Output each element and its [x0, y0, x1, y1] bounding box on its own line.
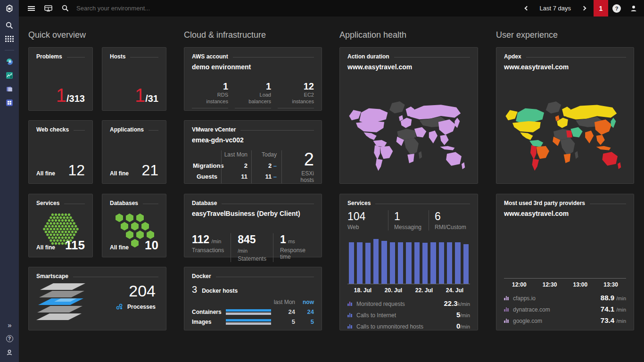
tile-title: Hosts: [110, 53, 125, 60]
time-next-button[interactable]: [578, 0, 590, 16]
vcenter-name: emea-gdn-vc002: [192, 136, 314, 144]
tile-title: Problems: [36, 53, 62, 60]
expand-sidebar-icon[interactable]: »: [0, 318, 19, 332]
tile-title: Action duration: [347, 53, 389, 60]
application-name: www.easytravel.com: [504, 210, 626, 217]
legend-row: Monitored requests 22.3k/min: [347, 299, 470, 307]
bar-chart-icon: [504, 319, 509, 323]
applications-count: 21: [141, 163, 158, 178]
docker-table: last Mon now Containers 24 24 Images 5 5: [192, 299, 314, 325]
bar-chart-icon: [504, 296, 509, 300]
services-metric-web: 104 Web: [347, 210, 388, 230]
problems-total: /313: [66, 93, 85, 104]
tile-title: Databases: [110, 200, 138, 206]
search-icon[interactable]: [57, 0, 74, 16]
user-icon[interactable]: [625, 0, 642, 16]
hosts-total: /31: [145, 93, 158, 104]
tile-smartscape[interactable]: Smartscape 204 Processes: [28, 267, 166, 330]
legend-row: cfapps.io 88.9 /min: [504, 294, 626, 302]
menu-icon[interactable]: [23, 0, 40, 16]
tile-action-duration[interactable]: Action duration www.easytravel.com: [339, 47, 478, 184]
tile-docker[interactable]: Docker 3 Docker hosts last Mon now Conta…: [184, 267, 322, 330]
column-header-user-experience: User experience: [496, 30, 558, 40]
problems-badge[interactable]: 1: [594, 0, 608, 16]
images-bar: [226, 319, 271, 325]
dashboards-icon[interactable]: [40, 0, 57, 16]
tile-3rd-party-providers[interactable]: Most used 3rd party providers www.easytr…: [496, 194, 634, 330]
db-metric-response-time: 1 ms Response time: [273, 233, 314, 262]
tile-services-overview[interactable]: Services All fine 115: [28, 194, 93, 257]
time-range-label[interactable]: Last 7 days: [533, 5, 578, 12]
docker-hosts-label: Docker hosts: [202, 288, 238, 294]
tile-applications[interactable]: Applications All fine 21: [102, 120, 166, 184]
tile-problems[interactable]: Problems 1 /313: [28, 47, 93, 111]
tile-hosts[interactable]: Hosts 1 /31: [102, 47, 166, 111]
database-name: easyTravelBusiness (Derby Client): [192, 210, 314, 217]
esxi-hosts-summary: 2 ESXi hosts: [281, 150, 314, 183]
tile-aws-account[interactable]: AWS account demo environment 1 RDSinstan…: [184, 47, 322, 111]
esxi-hosts-count: 2: [288, 150, 314, 168]
pinned-cloud-icon[interactable]: [0, 55, 19, 68]
tile-title: Most used 3rd party providers: [504, 200, 585, 206]
time-prev-button[interactable]: [521, 0, 533, 16]
tile-title: Web checks: [36, 126, 69, 133]
tile-title: Docker: [192, 273, 211, 280]
tile-title: AWS account: [192, 53, 228, 60]
processes-label: Processes: [127, 304, 156, 310]
db-metric-statements: 845 /min Statements: [231, 233, 273, 262]
help-icon[interactable]: ?: [608, 0, 625, 16]
apps-grid-icon[interactable]: [0, 32, 19, 46]
search-input[interactable]: [74, 5, 521, 12]
services-count: 115: [65, 239, 85, 251]
pinned-chart-icon[interactable]: [0, 68, 19, 82]
status-text: All fine: [36, 244, 55, 251]
databases-count: 10: [145, 239, 158, 251]
pinned-stack-icon[interactable]: [0, 82, 19, 96]
services-legend: Monitored requests 22.3k/min Calls to In…: [347, 299, 470, 330]
providers-chart-ticks: 12:0012:30 13:0013:30: [504, 281, 626, 288]
tile-title: Database: [192, 200, 217, 206]
tile-title: Services: [36, 200, 59, 206]
tile-vmware-vcenter[interactable]: VMware vCenter emea-gdn-vc002 Last Mon T…: [184, 120, 322, 184]
time-range-selector: Last 7 days: [521, 0, 590, 16]
tile-web-checks[interactable]: Web checks All fine 12: [28, 120, 93, 184]
vmware-table: Last Mon Today Migrations 2 2 – Guests 1…: [192, 150, 281, 183]
tile-title: Applications: [110, 126, 144, 133]
application-name: www.easytravel.com: [347, 63, 470, 71]
processes-icon: [116, 304, 124, 310]
containers-bar: [226, 309, 271, 315]
docker-hosts-count: 3: [192, 284, 197, 295]
sidebar-help-icon[interactable]: ?: [0, 332, 19, 346]
providers-legend: cfapps.io 88.9 /min dynatrace.com 74.1 /…: [504, 294, 626, 324]
bar-chart-icon: [347, 324, 353, 329]
column-header-quick-overview: Quick overview: [28, 30, 86, 40]
top-bar: Last 7 days 1 ?: [0, 0, 644, 16]
sidebar-search-icon[interactable]: [0, 18, 19, 32]
hosts-problem-count: 1: [135, 86, 145, 105]
providers-stacked-bar-chart: [504, 231, 626, 279]
legend-row: Calls to Internet 5/min: [347, 311, 470, 319]
status-text: All fine: [110, 170, 129, 177]
aws-metric-load-balancers: 1 Loadbalancers: [235, 81, 271, 108]
legend-row: google.com 73.4 /min: [504, 316, 626, 324]
dynatrace-logo[interactable]: [0, 0, 19, 16]
aws-metric-ec2: 12 EC2instances: [278, 81, 314, 108]
services-metric-messaging: 1 Messaging: [388, 210, 429, 230]
tile-services-health[interactable]: Services 104 Web 1 Messaging 6 RMI/Custo…: [339, 194, 478, 330]
status-text: All fine: [110, 244, 129, 251]
tile-apdex[interactable]: Apdex www.easytravel.com: [496, 47, 634, 184]
status-text: All fine: [36, 170, 55, 177]
tile-title: Smartscape: [36, 273, 68, 280]
tile-databases-overview[interactable]: Databases All fine 10: [102, 194, 166, 257]
aws-metric-rds: 1 RDSinstances: [192, 81, 228, 108]
db-metric-transactions: 112 /min Transactions: [192, 233, 231, 262]
tile-database[interactable]: Database easyTravelBusiness (Derby Clien…: [184, 194, 322, 257]
problems-open-count: 1: [56, 86, 66, 105]
tile-title: Apdex: [504, 53, 521, 60]
pinned-apps-icon[interactable]: [0, 96, 19, 109]
bar-chart-icon: [504, 307, 509, 312]
left-sidebar: » ?: [0, 16, 19, 362]
column-header-cloud-infrastructure: Cloud & infrastructure: [184, 30, 266, 40]
sidebar-user-icon[interactable]: [0, 346, 19, 359]
smartscape-layers-icon: [36, 282, 88, 324]
